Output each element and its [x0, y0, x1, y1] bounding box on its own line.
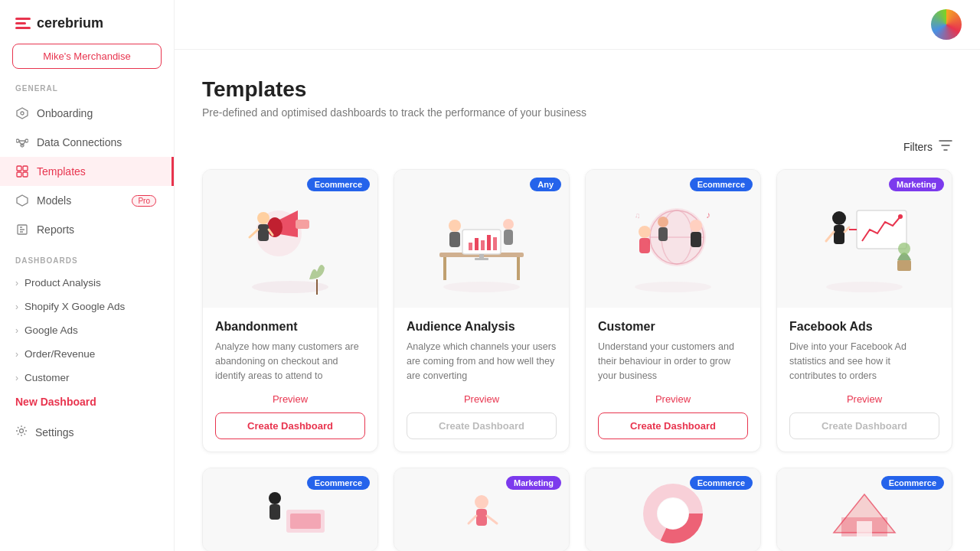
card-image-facebook-ads: Marketing	[777, 170, 952, 308]
sidebar-item-google-ads[interactable]: › Google Ads	[0, 318, 174, 342]
svg-rect-24	[481, 240, 485, 250]
svg-point-46	[826, 282, 903, 292]
card-body-customer: Customer Understand your customers and t…	[586, 308, 760, 452]
svg-rect-32	[504, 230, 513, 245]
svg-rect-26	[493, 237, 497, 250]
sidebar-item-templates-label: Templates	[37, 165, 86, 178]
card-title-customer: Customer	[598, 320, 748, 334]
svg-rect-39	[639, 238, 650, 253]
badge-bottom-1: Ecommerce	[307, 476, 370, 490]
svg-point-0	[21, 112, 24, 115]
preview-link-facebook-ads[interactable]: Preview	[789, 393, 939, 405]
new-dashboard-button[interactable]: New Dashboard	[0, 390, 174, 414]
svg-point-50	[832, 211, 846, 225]
filter-icon[interactable]	[939, 140, 952, 154]
svg-point-31	[503, 219, 514, 230]
svg-line-63	[487, 516, 497, 523]
models-icon	[15, 194, 29, 207]
svg-point-6	[20, 429, 24, 433]
svg-point-60	[475, 495, 488, 509]
svg-point-42	[690, 220, 702, 232]
sidebar-item-onboarding[interactable]: Onboarding	[0, 99, 174, 128]
svg-rect-51	[834, 225, 844, 244]
illustration-customer: ♪ ♫	[616, 180, 730, 298]
svg-point-33	[635, 282, 711, 292]
sidebar-item-data-connections[interactable]: Data Connections	[0, 128, 174, 157]
svg-line-52	[826, 232, 834, 241]
svg-rect-69	[857, 521, 872, 536]
card-desc-facebook-ads: Dive into your Facebook Ad statistics an…	[789, 340, 939, 383]
sidebar-item-settings[interactable]: Settings	[0, 417, 174, 447]
card-body-abandonment: Abandonment Analyze how many customers a…	[203, 308, 377, 452]
dashboard-label: Shopify X Google Ads	[24, 301, 125, 312]
svg-line-53	[844, 227, 849, 232]
logo-bar-2	[15, 22, 26, 24]
sidebar-item-shopify-google-ads[interactable]: › Shopify X Google Ads	[0, 295, 174, 318]
card-image-customer: Ecommerce	[586, 170, 760, 308]
svg-rect-11	[296, 220, 309, 229]
card-image-bottom-2: Marketing	[394, 468, 569, 551]
svg-point-38	[639, 226, 651, 238]
svg-rect-13	[258, 224, 269, 241]
pro-badge: Pro	[132, 195, 156, 207]
svg-rect-25	[487, 235, 491, 250]
logo-icon	[15, 18, 31, 29]
badge-bottom-2: Marketing	[506, 476, 561, 490]
dashboards-section-label: DASHBOARDS	[0, 256, 174, 271]
sidebar-item-data-connections-label: Data Connections	[37, 136, 122, 148]
svg-text:♫: ♫	[635, 211, 641, 220]
card-title-audience: Audience Analysis	[407, 320, 557, 334]
svg-point-40	[658, 217, 668, 227]
sidebar-item-onboarding-label: Onboarding	[37, 107, 93, 119]
preview-link-customer[interactable]: Preview	[598, 393, 748, 405]
settings-label: Settings	[35, 426, 74, 439]
card-desc-audience: Analyze which channels your users are co…	[407, 340, 557, 383]
create-dashboard-button-customer[interactable]: Create Dashboard	[598, 412, 748, 439]
card-image-bottom-1: Ecommerce	[203, 468, 377, 551]
sidebar-item-product-analysis[interactable]: › Product Analysis	[0, 271, 174, 295]
general-section-label: GENERAL	[0, 84, 174, 99]
badge-customer: Ecommerce	[690, 178, 753, 191]
preview-link-abandonment[interactable]: Preview	[215, 393, 365, 405]
create-dashboard-button-abandonment[interactable]: Create Dashboard	[215, 412, 365, 439]
sidebar-item-reports[interactable]: Reports	[0, 215, 174, 244]
create-dashboard-button-audience: Create Dashboard	[407, 412, 557, 439]
main-content: Templates Pre-defined and optimised dash…	[175, 0, 980, 551]
card-image-abandonment: Ecommerce	[203, 170, 377, 308]
template-card-bottom-1: Ecommerce	[202, 468, 378, 551]
sidebar: cerebrium Mike's Merchandise GENERAL Onb…	[0, 0, 175, 551]
sidebar-item-customer[interactable]: › Customer	[0, 366, 174, 390]
chevron-icon: ›	[15, 349, 18, 360]
chevron-icon: ›	[15, 278, 18, 289]
badge-bottom-3: Ecommerce	[690, 476, 753, 490]
templates-icon	[15, 165, 29, 178]
logo-bar-3	[15, 27, 31, 29]
template-card-customer: Ecommerce	[585, 169, 761, 452]
settings-icon	[15, 425, 28, 439]
card-image-bottom-3: Ecommerce	[586, 468, 760, 551]
workspace-button[interactable]: Mike's Merchandise	[12, 44, 162, 69]
svg-rect-2	[23, 166, 28, 171]
sidebar-item-templates[interactable]: Templates	[0, 157, 174, 186]
preview-link-audience[interactable]: Preview	[407, 393, 557, 405]
card-body-facebook-ads: Facebook Ads Dive into your Facebook Ad …	[777, 308, 952, 452]
svg-rect-43	[691, 232, 701, 247]
svg-rect-23	[475, 238, 479, 250]
templates-grid-bottom: Ecommerce Marketing	[202, 468, 952, 551]
user-avatar[interactable]	[931, 9, 962, 40]
badge-facebook-ads: Marketing	[889, 178, 944, 191]
svg-rect-28	[475, 258, 488, 260]
card-image-bottom-4: Ecommerce	[777, 468, 952, 551]
card-desc-abandonment: Analyze how many customers are abandonin…	[215, 340, 365, 383]
template-card-bottom-4: Ecommerce	[776, 468, 952, 551]
svg-point-55	[898, 243, 910, 255]
card-desc-customer: Understand your customers and their beha…	[598, 340, 748, 383]
illustration-abandonment	[233, 180, 348, 298]
illustration-facebook-ads	[807, 180, 922, 298]
sidebar-item-order-revenue[interactable]: › Order/Revenue	[0, 342, 174, 366]
template-card-facebook-ads: Marketing	[776, 169, 952, 452]
svg-rect-1	[17, 166, 21, 171]
filters-label: Filters	[903, 141, 933, 153]
sidebar-item-models[interactable]: Models Pro	[0, 186, 174, 215]
sidebar-item-models-label: Models	[37, 194, 71, 207]
